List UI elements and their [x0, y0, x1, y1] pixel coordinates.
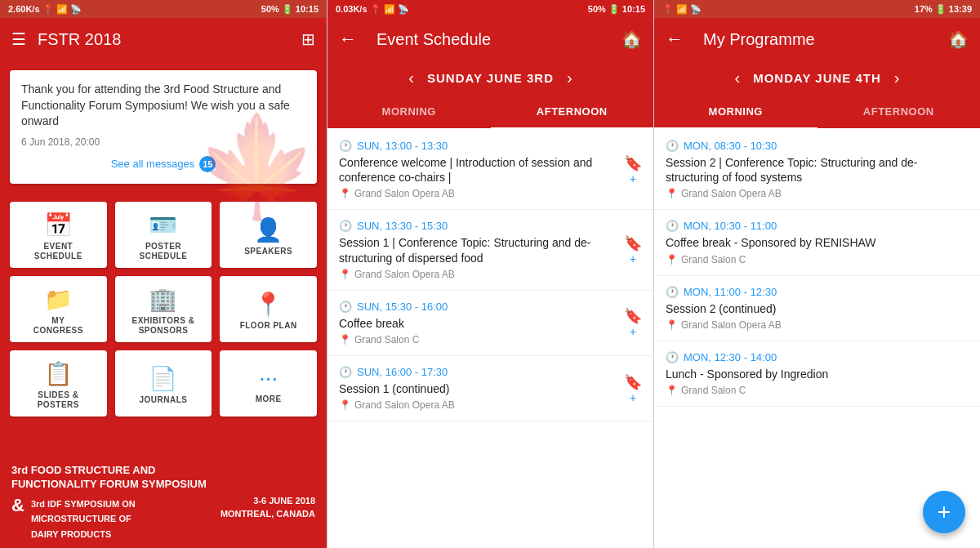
poster-schedule-icon: 🪪: [149, 212, 177, 238]
grid-btn-my-congress[interactable]: 📁 MYCONGRESS: [10, 276, 107, 342]
location-pin-icon: 📍: [339, 188, 351, 199]
home-icon-3[interactable]: 🏠: [948, 29, 969, 49]
message-text: Thank you for attending the 3rd Food Str…: [21, 82, 305, 130]
tab-morning-2[interactable]: MORNING: [327, 96, 491, 128]
menu-icon-1[interactable]: ☰: [11, 29, 26, 49]
grid-icon-1[interactable]: ⊞: [301, 29, 315, 49]
home-icon-2[interactable]: 🏠: [621, 29, 642, 49]
next-date-2[interactable]: ›: [567, 69, 572, 87]
event-item: 🕐 SUN, 15:30 - 16:00 Coffee break 📍 Gran…: [327, 291, 653, 356]
status-right-1: 50% 🔋 10:15: [261, 4, 318, 15]
status-left-2: 0.03K/s 📍 📶 📡: [336, 4, 409, 15]
time-1: 10:15: [296, 4, 318, 14]
see-all-link[interactable]: See all messages: [111, 158, 195, 170]
footer-title-2: FUNCTIONALITY FORUM SYMPOSIUM: [11, 478, 315, 492]
event-schedule-icon: 📅: [44, 212, 73, 238]
panel1-content: 🍁 Thank you for attending the 3rd Food S…: [0, 60, 327, 548]
grid-btn-poster-schedule[interactable]: 🪪 POSTERSCHEDULE: [115, 202, 212, 268]
back-button-2[interactable]: ←: [339, 29, 357, 50]
event-title: Lunch - Sponsored by Ingredion: [666, 367, 969, 381]
grid-btn-exhibitors[interactable]: 🏢 EXHIBITORS &SPONSORS: [115, 276, 212, 342]
grid-btn-speakers[interactable]: 👤 SPEAKERS: [220, 202, 317, 268]
event-location-row: 📍 Grand Salon Opera AB: [666, 319, 969, 331]
event-item: 🕐 MON, 12:30 - 14:00 Lunch - Sponsored b…: [654, 341, 980, 407]
event-time-row: 🕐 MON, 08:30 - 10:30: [666, 140, 969, 152]
location-pin-icon: 📍: [339, 399, 351, 411]
event-item: 🕐 SUN, 16:00 - 17:30 Session 1 (continue…: [327, 356, 653, 421]
see-all-row: See all messages 15: [21, 156, 305, 172]
grid-btn-floor-plan[interactable]: 📍 FLOOR PLAN: [220, 276, 317, 342]
time-3: 13:39: [949, 4, 972, 14]
event-time: SUN, 15:30 - 16:00: [357, 301, 448, 313]
status-bar-2: 0.03K/s 📍 📶 📡 50% 🔋 10:15: [327, 0, 653, 18]
status-left-3: 📍 📶 📡: [662, 4, 702, 15]
event-title: Coffee break: [339, 316, 642, 331]
journals-icon: 📄: [149, 365, 177, 392]
battery-icon-2: 🔋: [608, 4, 620, 15]
grid-btn-journals[interactable]: 📄 JOURNALS: [115, 350, 212, 417]
event-title: Session 1 (continued): [339, 381, 642, 396]
event-title: Coffee break - Sponsored by RENISHAW: [666, 235, 969, 250]
tab-afternoon-3[interactable]: AFTERNOON: [817, 96, 981, 128]
event-add-btn[interactable]: 🔖 +: [624, 373, 642, 404]
grid-btn-slides-posters[interactable]: 📋 SLIDES &POSTERS: [10, 350, 107, 417]
signal-icon-3: 📶: [676, 4, 688, 15]
location-icon-2: 📍: [370, 4, 381, 15]
event-time-row: 🕐 SUN, 16:00 - 17:30: [339, 366, 642, 378]
event-add-btn[interactable]: 🔖 +: [624, 154, 642, 185]
event-time: MON, 10:30 - 11:00: [684, 220, 777, 232]
panel-2: 0.03K/s 📍 📶 📡 50% 🔋 10:15 ← Event Schedu…: [327, 0, 653, 548]
poster-schedule-label: POSTERSCHEDULE: [139, 242, 187, 261]
tabs-bar-2: MORNING AFTERNOON: [327, 96, 653, 130]
event-title: Session 2 (continued): [666, 301, 969, 316]
event-add-btn[interactable]: 🔖 +: [624, 234, 642, 265]
grid-btn-event-schedule[interactable]: 📅 EVENTSCHEDULE: [10, 202, 107, 268]
app-bar-1: ☰ FSTR 2018 ⊞: [0, 18, 327, 60]
footer-title-1: 3rd FOOD STRUCTURE AND: [11, 464, 315, 478]
journals-label: JOURNALS: [139, 395, 187, 405]
date-nav-2: ‹ SUNDAY JUNE 3RD ›: [327, 60, 653, 96]
tab-morning-3[interactable]: MORNING: [654, 96, 817, 130]
slides-posters-icon: 📋: [44, 360, 73, 387]
event-item: 🕐 MON, 10:30 - 11:00 Coffee break - Spon…: [654, 210, 980, 275]
status-bar-3: 📍 📶 📡 17% 🔋 13:39: [654, 0, 980, 18]
footer-line5: DAIRY PRODUCTS: [31, 528, 136, 540]
event-time-row: 🕐 MON, 12:30 - 14:00: [666, 351, 969, 363]
event-list-2: 🕐 SUN, 13:00 - 13:30 Conference welcome …: [327, 130, 653, 548]
my-congress-label: MYCONGRESS: [33, 316, 83, 336]
fab-button[interactable]: +: [923, 491, 965, 533]
event-time: MON, 08:30 - 10:30: [684, 140, 777, 152]
event-location: Grand Salon C: [354, 334, 419, 345]
footer-middle: 3rd IDF SYMPOSIUM ON MICROSTRUCTURE OF D…: [31, 495, 136, 540]
event-location: Grand Salon Opera AB: [354, 188, 455, 199]
location-pin-icon: 📍: [666, 385, 678, 396]
event-list-3: 🕐 MON, 08:30 - 10:30 Session 2 | Confere…: [654, 130, 980, 548]
tab-afternoon-2[interactable]: AFTERNOON: [491, 96, 654, 130]
prev-date-3[interactable]: ‹: [734, 69, 740, 87]
prev-date-2[interactable]: ‹: [408, 69, 414, 87]
back-button-3[interactable]: ←: [666, 29, 684, 50]
status-right-3: 17% 🔋 13:39: [915, 4, 972, 15]
grid-btn-more[interactable]: ··· MORE: [220, 350, 317, 417]
event-add-btn[interactable]: 🔖 +: [624, 307, 642, 338]
panel3-inner: 📍 📶 📡 17% 🔋 13:39 ← My Programme 🏠 ‹ MON…: [654, 0, 980, 548]
footer-date-range: 3-6 JUNE 2018: [220, 495, 315, 507]
event-item: 🕐 SUN, 13:30 - 15:30 Session 1 | Confere…: [327, 210, 653, 290]
panel-3: 📍 📶 📡 17% 🔋 13:39 ← My Programme 🏠 ‹ MON…: [653, 0, 980, 548]
signal-icon-2: 📶: [384, 4, 395, 15]
status-bar-1: 2.60K/s 📍 📶 📡 50% 🔋 10:15: [0, 0, 327, 18]
clock-icon: 🕐: [339, 220, 352, 232]
clock-icon: 🕐: [339, 301, 352, 313]
next-date-3[interactable]: ›: [894, 69, 900, 87]
my-congress-icon: 📁: [44, 286, 73, 313]
current-date-3: MONDAY JUNE 4TH: [753, 71, 881, 85]
event-time-row: 🕐 SUN, 13:00 - 13:30: [339, 140, 642, 152]
floor-plan-label: FLOOR PLAN: [240, 321, 297, 331]
clock-icon: 🕐: [666, 351, 679, 363]
exhibitors-icon: 🏢: [149, 286, 177, 313]
event-title: Conference welcome | Introduction of ses…: [339, 155, 642, 185]
status-left-1: 2.60K/s 📍 📶 📡: [8, 4, 82, 15]
app-bar-3: ← My Programme 🏠: [654, 18, 980, 60]
footer-line3: 3rd IDF SYMPOSIUM ON: [31, 498, 136, 510]
event-location-row: 📍 Grand Salon C: [666, 385, 969, 396]
